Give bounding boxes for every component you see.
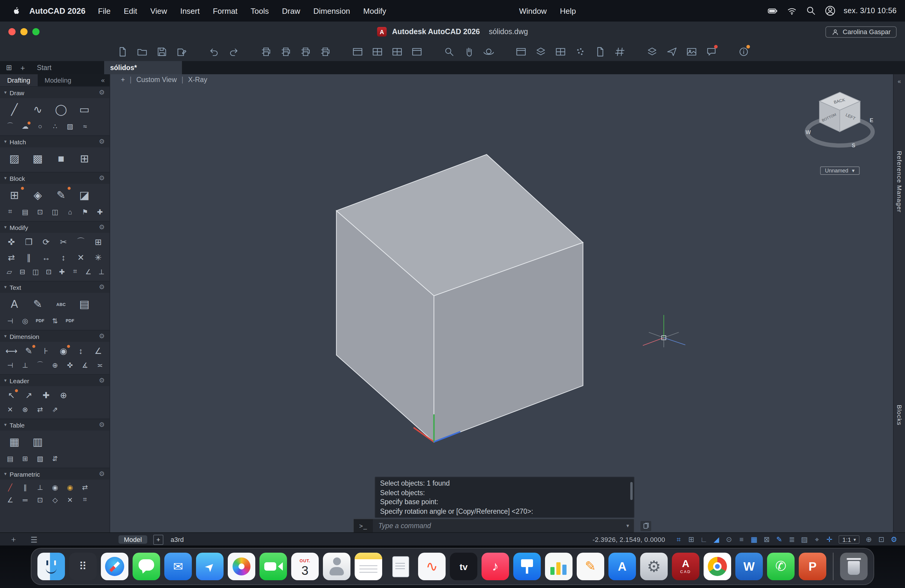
fillet-tool[interactable]: ⌒ [73, 235, 89, 249]
reference-tools-icon[interactable] [645, 44, 659, 59]
dim-continue-tool[interactable]: ⊣ [3, 359, 17, 371]
insert-block-tool[interactable]: ⊞ [3, 186, 25, 205]
table-cell-edit-tool[interactable]: ▤ [3, 453, 17, 464]
command-scrollbar[interactable] [630, 482, 633, 500]
gear-icon[interactable]: ⚙ [99, 377, 105, 385]
disclosure-triangle-icon[interactable]: ▾ [4, 334, 6, 339]
chamfer-tool[interactable]: ∠ [83, 266, 94, 277]
text-justify-tool[interactable]: ⊣ [3, 315, 17, 326]
object-snap-toggle[interactable]: ▦ [748, 534, 761, 545]
model-space-drawing[interactable] [110, 74, 893, 532]
manage-attributes-tool[interactable]: ▤ [19, 206, 32, 217]
disclosure-triangle-icon[interactable]: ▾ [4, 471, 6, 477]
stretch-tool[interactable]: ↔ [38, 250, 54, 265]
explode-tool[interactable]: ✳ [90, 250, 106, 265]
dim-diameter-tool[interactable]: ⊕ [49, 359, 62, 371]
disclosure-triangle-icon[interactable]: ▾ [4, 224, 6, 230]
dynamic-ucs-toggle[interactable]: ✛ [823, 534, 836, 545]
dock-mail-icon[interactable]: ✉ [164, 553, 192, 580]
hatch-quick-tool[interactable]: ▨ [64, 120, 76, 132]
dock-pages-icon[interactable]: ✎ [577, 553, 604, 580]
object-snap-tracking-toggle[interactable]: ≡ [735, 534, 748, 545]
dock-calendar-icon[interactable]: OUT.3 [291, 553, 319, 580]
leader-remove-tool[interactable]: ✕ [3, 404, 17, 415]
export-pdf-text-tool[interactable]: PDF [64, 315, 76, 326]
section-header-draw[interactable]: ▾Draw⚙ [0, 86, 110, 98]
menu-window[interactable]: Window [512, 6, 553, 15]
edit-attributes-tool[interactable]: ◪ [74, 186, 95, 205]
plot-preview-icon[interactable] [278, 44, 293, 59]
section-header-text[interactable]: ▾Text⚙ [0, 281, 110, 293]
dock-safari-icon[interactable] [101, 553, 129, 580]
point-tool[interactable]: ∴ [49, 120, 62, 132]
block-flag-tool[interactable]: ⚑ [78, 206, 92, 217]
multileader-edit-tool[interactable]: ↗ [21, 388, 37, 402]
arc-tool[interactable]: ⌒ [3, 120, 17, 132]
set-base-tool[interactable]: ⊥ [96, 266, 107, 277]
open-file-icon[interactable] [135, 44, 149, 59]
dock-numbers-icon[interactable] [545, 553, 573, 580]
account-button[interactable]: Carolina Gaspar [826, 26, 897, 37]
break-tool[interactable]: ⊟ [17, 266, 28, 277]
layout-manager-icon[interactable] [390, 44, 404, 59]
lengthen-tool[interactable]: ⊡ [43, 266, 54, 277]
fix-constraint-tool[interactable]: ⊡ [33, 494, 47, 505]
dock-notes-icon[interactable] [355, 553, 382, 580]
gear-icon[interactable]: ⚙ [99, 174, 105, 182]
section-header-hatch[interactable]: ▾Hatch⚙ [0, 135, 110, 147]
save-as-icon[interactable] [174, 44, 189, 59]
battery-icon[interactable] [767, 5, 778, 16]
apple-logo-icon[interactable] [11, 6, 21, 16]
polar-tracking-toggle[interactable]: ◢ [710, 534, 723, 545]
parallel-constraint-tool[interactable]: ∥ [19, 482, 32, 493]
leader-mirror-tool[interactable]: ⇄ [33, 404, 47, 415]
auto-constrain-lock-tool[interactable]: ◉ [64, 482, 76, 493]
leader-align-tool[interactable]: ⊗ [19, 404, 32, 415]
dock-downloads-stack-icon[interactable] [386, 553, 414, 580]
linear-constraint-tool[interactable]: ╱ [3, 482, 17, 493]
edit-block-tool[interactable]: ✎ [50, 186, 72, 205]
undo-icon[interactable] [206, 44, 221, 59]
dim-baseline-tool[interactable]: ⊦ [38, 344, 54, 358]
tab-start[interactable]: Start [37, 64, 51, 71]
table-export-tool[interactable]: ▧ [33, 453, 47, 464]
move-tool[interactable]: ✜ [3, 235, 19, 249]
command-options-icon[interactable] [640, 521, 651, 531]
disclosure-triangle-icon[interactable]: ▾ [4, 422, 6, 427]
dim-linear-tool[interactable]: ⟷ [3, 344, 19, 358]
annotation-scale-dropdown[interactable]: 1:1 ▾ [839, 535, 859, 544]
new-drawing-tab-button[interactable]: + [21, 63, 25, 72]
trim-tool[interactable]: ✂ [56, 235, 71, 249]
mirror-tool[interactable]: ⇄ [3, 250, 19, 265]
dock-trash-icon[interactable] [840, 553, 868, 580]
dock-finder-icon[interactable] [37, 553, 65, 580]
notifications-icon[interactable] [736, 44, 751, 59]
dock-facetime-icon[interactable] [259, 553, 287, 580]
hatch-boundary-tool[interactable]: ⊞ [74, 149, 95, 168]
menu-help[interactable]: Help [553, 6, 583, 15]
leader-attach-tool[interactable]: ⇗ [49, 404, 62, 415]
gear-icon[interactable]: ⚙ [99, 421, 105, 429]
revision-cloud-tool[interactable]: ☁ [19, 120, 32, 132]
palette-collapse-chevron[interactable]: « [101, 77, 105, 84]
menubar-app-name[interactable]: AutoCAD 2026 [29, 6, 86, 15]
dim-angular-tool[interactable]: ∠ [90, 344, 106, 358]
edit-polyline-tool[interactable]: ⌗ [70, 266, 81, 277]
section-header-table[interactable]: ▾Table⚙ [0, 418, 110, 431]
show-constraints-tool[interactable]: ◇ [49, 494, 62, 505]
leader-add-tool[interactable]: ✚ [38, 388, 54, 402]
edit-text-tool[interactable]: ✎ [27, 295, 49, 314]
dock-music-icon[interactable]: ♪ [481, 553, 509, 580]
properties-palette-icon[interactable] [514, 44, 528, 59]
menu-edit[interactable]: Edit [117, 6, 144, 15]
palette-add-button[interactable]: ＋ [10, 534, 17, 545]
dock-maps-icon[interactable]: ➤ [196, 553, 224, 580]
text-columns-tool[interactable]: ▤ [74, 295, 95, 314]
section-header-block[interactable]: ▾Block⚙ [0, 172, 110, 184]
viewcube[interactable]: W S E BACK LEFT BOTTOM Unnamed ▾ [804, 83, 876, 177]
dim-arc-tool[interactable]: ⌒ [33, 359, 47, 371]
polyline-tool[interactable]: ∿ [27, 100, 49, 119]
etransmit-icon[interactable] [664, 44, 679, 59]
gear-icon[interactable]: ⚙ [99, 89, 105, 96]
dock-system-settings-icon[interactable]: ⚙ [640, 553, 668, 580]
